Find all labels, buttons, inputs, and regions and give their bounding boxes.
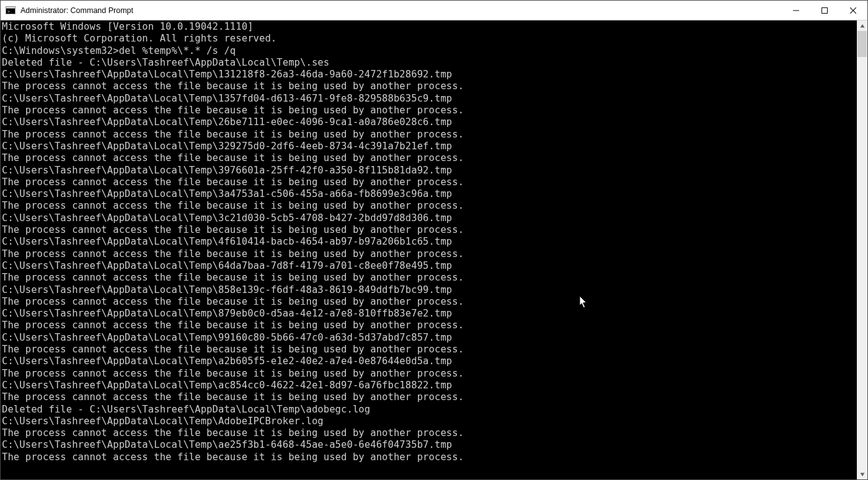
console-file-line: C:\Users\Tashreef\AppData\Local\Temp\3a4… — [2, 188, 857, 200]
console-header-line: Microsoft Windows [Version 10.0.19042.11… — [2, 21, 857, 33]
svg-rect-4 — [822, 7, 828, 13]
console-error-line: The process cannot access the file becau… — [2, 152, 857, 164]
console-error-line: The process cannot access the file becau… — [2, 200, 857, 212]
console-file-line: C:\Users\Tashreef\AppData\Local\Temp\64d… — [2, 260, 857, 272]
console-deleted-line: Deleted file - C:\Users\Tashreef\AppData… — [2, 404, 857, 416]
titlebar[interactable]: >_ Administrator: Command Prompt — [1, 1, 867, 20]
command-prompt-window: >_ Administrator: Command Prompt Microso… — [0, 0, 868, 480]
cmd-icon: >_ — [6, 6, 16, 15]
console-error-line: The process cannot access the file becau… — [2, 81, 857, 92]
svg-text:>_: >_ — [7, 9, 13, 14]
console-header-line: (c) Microsoft Corporation. All rights re… — [2, 33, 857, 45]
console-file-line: C:\Users\Tashreef\AppData\Local\Temp\3c2… — [2, 212, 857, 224]
console-error-line: The process cannot access the file becau… — [2, 391, 857, 403]
console-file-line: C:\Users\Tashreef\AppData\Local\Temp\135… — [2, 93, 857, 105]
console-command-line: C:\Windows\system32>del %temp%\*.* /s /q — [2, 45, 857, 57]
console-error-line: The process cannot access the file becau… — [2, 224, 857, 236]
console-file-line: C:\Users\Tashreef\AppData\Local\Temp\ae2… — [2, 439, 857, 451]
scrollbar-thumb[interactable] — [857, 31, 867, 57]
console-file-line: C:\Users\Tashreef\AppData\Local\Temp\397… — [2, 165, 857, 177]
console-error-line: The process cannot access the file becau… — [2, 368, 857, 380]
console-error-line: The process cannot access the file becau… — [2, 272, 857, 284]
scrollbar-track[interactable] — [857, 31, 867, 469]
console-error-line: The process cannot access the file becau… — [2, 105, 857, 116]
console-output[interactable]: Microsoft Windows [Version 10.0.19042.11… — [1, 20, 857, 479]
console-file-line: C:\Users\Tashreef\AppData\Local\Temp\4f6… — [2, 236, 857, 248]
svg-rect-1 — [6, 6, 16, 8]
scroll-down-arrow-icon[interactable] — [857, 469, 867, 479]
console-error-line: The process cannot access the file becau… — [2, 177, 857, 188]
console-error-line: The process cannot access the file becau… — [2, 296, 857, 308]
close-button[interactable] — [839, 1, 867, 20]
window-title: Administrator: Command Prompt — [20, 6, 133, 15]
console-error-line: The process cannot access the file becau… — [2, 427, 857, 439]
console-error-line: The process cannot access the file becau… — [2, 320, 857, 331]
console-file-line: C:\Users\Tashreef\AppData\Local\Temp\131… — [2, 69, 857, 81]
console-file-line: C:\Users\Tashreef\AppData\Local\Temp\329… — [2, 141, 857, 152]
maximize-button[interactable] — [810, 1, 839, 20]
scroll-up-arrow-icon[interactable] — [857, 20, 867, 31]
console-error-line: The process cannot access the file becau… — [2, 129, 857, 141]
console-file-line: C:\Users\Tashreef\AppData\Local\Temp\26b… — [2, 116, 857, 128]
svg-marker-8 — [860, 473, 864, 476]
console-error-line: The process cannot access the file becau… — [2, 248, 857, 260]
console-file-line: C:\Users\Tashreef\AppData\Local\Temp\858… — [2, 284, 857, 296]
console-file-line: C:\Users\Tashreef\AppData\Local\Temp\Ado… — [2, 416, 857, 427]
client-area: Microsoft Windows [Version 10.0.19042.11… — [1, 20, 867, 479]
console-file-line: C:\Users\Tashreef\AppData\Local\Temp\a2b… — [2, 356, 857, 367]
console-deleted-line: Deleted file - C:\Users\Tashreef\AppData… — [2, 57, 857, 69]
console-error-line: The process cannot access the file becau… — [2, 344, 857, 356]
minimize-button[interactable] — [782, 1, 810, 20]
console-file-line: C:\Users\Tashreef\AppData\Local\Temp\879… — [2, 308, 857, 320]
console-file-line: C:\Users\Tashreef\AppData\Local\Temp\991… — [2, 332, 857, 344]
console-error-line: The process cannot access the file becau… — [2, 452, 857, 463]
console-file-line: C:\Users\Tashreef\AppData\Local\Temp\ac8… — [2, 380, 857, 391]
svg-marker-7 — [860, 24, 864, 28]
vertical-scrollbar[interactable] — [857, 20, 867, 479]
